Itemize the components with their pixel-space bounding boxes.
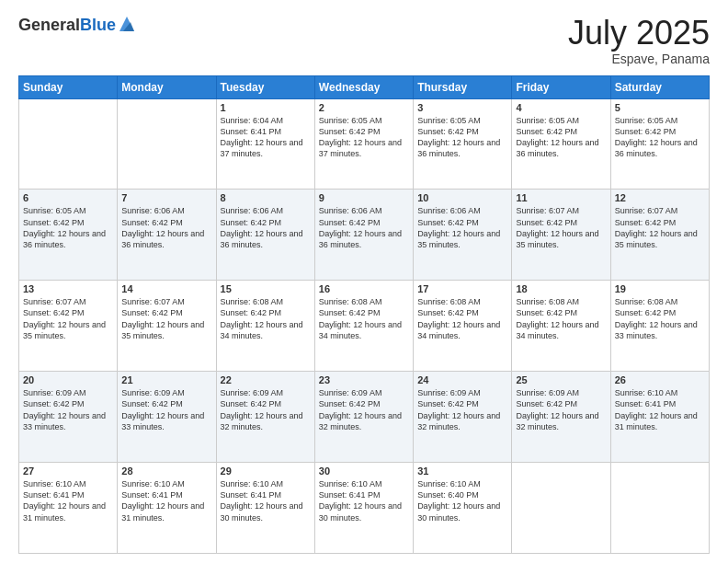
table-row: 31Sunrise: 6:10 AM Sunset: 6:40 PM Dayli…: [414, 463, 512, 554]
table-row: 19Sunrise: 6:08 AM Sunset: 6:42 PM Dayli…: [610, 281, 709, 372]
logo-blue-text: Blue: [80, 16, 116, 34]
col-wednesday: Wednesday: [314, 75, 413, 98]
day-number: 11: [516, 192, 606, 203]
table-row: 30Sunrise: 6:10 AM Sunset: 6:41 PM Dayli…: [314, 463, 413, 554]
table-row: 25Sunrise: 6:09 AM Sunset: 6:42 PM Dayli…: [512, 372, 610, 463]
col-tuesday: Tuesday: [216, 75, 314, 98]
table-row: 26Sunrise: 6:10 AM Sunset: 6:41 PM Dayli…: [610, 372, 709, 463]
day-info: Sunrise: 6:05 AM Sunset: 6:42 PM Dayligh…: [417, 115, 507, 160]
day-info: Sunrise: 6:05 AM Sunset: 6:42 PM Dayligh…: [615, 115, 705, 160]
day-info: Sunrise: 6:07 AM Sunset: 6:42 PM Dayligh…: [615, 205, 705, 250]
day-number: 14: [121, 283, 211, 294]
day-number: 29: [221, 465, 311, 477]
day-info: Sunrise: 6:08 AM Sunset: 6:42 PM Dayligh…: [319, 296, 409, 341]
day-info: Sunrise: 6:06 AM Sunset: 6:42 PM Dayligh…: [221, 205, 311, 250]
table-row: 11Sunrise: 6:07 AM Sunset: 6:42 PM Dayli…: [512, 190, 610, 281]
table-row: 3Sunrise: 6:05 AM Sunset: 6:42 PM Daylig…: [414, 98, 512, 190]
day-number: 9: [319, 192, 409, 203]
calendar-week-row: 20Sunrise: 6:09 AM Sunset: 6:42 PM Dayli…: [19, 372, 710, 463]
table-row: 23Sunrise: 6:09 AM Sunset: 6:42 PM Dayli…: [314, 372, 413, 463]
table-row: 18Sunrise: 6:08 AM Sunset: 6:42 PM Dayli…: [512, 281, 610, 372]
col-friday: Friday: [512, 75, 610, 98]
day-info: Sunrise: 6:10 AM Sunset: 6:40 PM Dayligh…: [417, 478, 507, 523]
table-row: [610, 463, 709, 554]
day-info: Sunrise: 6:09 AM Sunset: 6:42 PM Dayligh…: [221, 387, 311, 432]
day-info: Sunrise: 6:05 AM Sunset: 6:42 PM Dayligh…: [516, 115, 606, 160]
day-number: 8: [221, 192, 311, 203]
day-number: 2: [319, 102, 409, 113]
table-row: 7Sunrise: 6:06 AM Sunset: 6:42 PM Daylig…: [118, 190, 216, 281]
day-number: 10: [417, 192, 507, 203]
table-row: 4Sunrise: 6:05 AM Sunset: 6:42 PM Daylig…: [512, 98, 610, 190]
table-row: [512, 463, 610, 554]
day-number: 7: [121, 192, 211, 203]
table-row: [118, 98, 216, 190]
calendar-week-row: 1Sunrise: 6:04 AM Sunset: 6:41 PM Daylig…: [19, 98, 710, 190]
day-number: 21: [121, 374, 211, 385]
table-row: 15Sunrise: 6:08 AM Sunset: 6:42 PM Dayli…: [216, 281, 314, 372]
day-info: Sunrise: 6:09 AM Sunset: 6:42 PM Dayligh…: [417, 387, 507, 432]
table-row: 28Sunrise: 6:10 AM Sunset: 6:41 PM Dayli…: [118, 463, 216, 554]
table-row: 20Sunrise: 6:09 AM Sunset: 6:42 PM Dayli…: [19, 372, 118, 463]
table-row: 9Sunrise: 6:06 AM Sunset: 6:42 PM Daylig…: [314, 190, 413, 281]
day-number: 13: [23, 283, 113, 294]
calendar-week-row: 6Sunrise: 6:05 AM Sunset: 6:42 PM Daylig…: [19, 190, 710, 281]
header: GeneralBlue July 2025 Espave, Panama: [18, 15, 710, 66]
day-info: Sunrise: 6:08 AM Sunset: 6:42 PM Dayligh…: [221, 296, 311, 341]
col-monday: Monday: [118, 75, 216, 98]
day-number: 24: [417, 374, 507, 385]
day-info: Sunrise: 6:09 AM Sunset: 6:42 PM Dayligh…: [23, 387, 113, 432]
calendar-header-row: Sunday Monday Tuesday Wednesday Thursday…: [19, 75, 710, 98]
day-info: Sunrise: 6:10 AM Sunset: 6:41 PM Dayligh…: [221, 478, 311, 523]
day-info: Sunrise: 6:10 AM Sunset: 6:41 PM Dayligh…: [121, 478, 211, 523]
day-number: 23: [319, 374, 409, 385]
day-number: 1: [221, 102, 311, 113]
day-number: 27: [23, 465, 113, 477]
day-info: Sunrise: 6:10 AM Sunset: 6:41 PM Dayligh…: [23, 478, 113, 523]
day-info: Sunrise: 6:06 AM Sunset: 6:42 PM Dayligh…: [319, 205, 409, 250]
day-number: 25: [516, 374, 606, 385]
table-row: [19, 98, 118, 190]
day-info: Sunrise: 6:06 AM Sunset: 6:42 PM Dayligh…: [417, 205, 507, 250]
calendar-week-row: 13Sunrise: 6:07 AM Sunset: 6:42 PM Dayli…: [19, 281, 710, 372]
table-row: 6Sunrise: 6:05 AM Sunset: 6:42 PM Daylig…: [19, 190, 118, 281]
table-row: 22Sunrise: 6:09 AM Sunset: 6:42 PM Dayli…: [216, 372, 314, 463]
logo: GeneralBlue: [18, 15, 136, 35]
title-block: July 2025 Espave, Panama: [568, 15, 710, 66]
day-info: Sunrise: 6:04 AM Sunset: 6:41 PM Dayligh…: [221, 115, 311, 160]
day-info: Sunrise: 6:07 AM Sunset: 6:42 PM Dayligh…: [516, 205, 606, 250]
table-row: 10Sunrise: 6:06 AM Sunset: 6:42 PM Dayli…: [414, 190, 512, 281]
day-number: 22: [221, 374, 311, 385]
day-number: 31: [417, 465, 507, 477]
table-row: 12Sunrise: 6:07 AM Sunset: 6:42 PM Dayli…: [610, 190, 709, 281]
day-number: 3: [417, 102, 507, 113]
day-info: Sunrise: 6:07 AM Sunset: 6:42 PM Dayligh…: [121, 296, 211, 341]
day-number: 19: [615, 283, 705, 294]
day-number: 5: [615, 102, 705, 113]
day-number: 17: [417, 283, 507, 294]
table-row: 17Sunrise: 6:08 AM Sunset: 6:42 PM Dayli…: [414, 281, 512, 372]
day-number: 30: [319, 465, 409, 477]
day-info: Sunrise: 6:07 AM Sunset: 6:42 PM Dayligh…: [23, 296, 113, 341]
day-info: Sunrise: 6:09 AM Sunset: 6:42 PM Dayligh…: [121, 387, 211, 432]
table-row: 5Sunrise: 6:05 AM Sunset: 6:42 PM Daylig…: [610, 98, 709, 190]
day-info: Sunrise: 6:08 AM Sunset: 6:42 PM Dayligh…: [615, 296, 705, 341]
logo-general-text: General: [18, 16, 80, 34]
month-title: July 2025: [568, 15, 710, 52]
location: Espave, Panama: [568, 52, 710, 66]
day-info: Sunrise: 6:05 AM Sunset: 6:42 PM Dayligh…: [319, 115, 409, 160]
table-row: 14Sunrise: 6:07 AM Sunset: 6:42 PM Dayli…: [118, 281, 216, 372]
day-info: Sunrise: 6:09 AM Sunset: 6:42 PM Dayligh…: [516, 387, 606, 432]
table-row: 8Sunrise: 6:06 AM Sunset: 6:42 PM Daylig…: [216, 190, 314, 281]
col-sunday: Sunday: [19, 75, 118, 98]
day-number: 16: [319, 283, 409, 294]
table-row: 29Sunrise: 6:10 AM Sunset: 6:41 PM Dayli…: [216, 463, 314, 554]
table-row: 21Sunrise: 6:09 AM Sunset: 6:42 PM Dayli…: [118, 372, 216, 463]
day-number: 28: [121, 465, 211, 477]
col-saturday: Saturday: [610, 75, 709, 98]
table-row: 24Sunrise: 6:09 AM Sunset: 6:42 PM Dayli…: [414, 372, 512, 463]
day-number: 4: [516, 102, 606, 113]
table-row: 27Sunrise: 6:10 AM Sunset: 6:41 PM Dayli…: [19, 463, 118, 554]
table-row: 2Sunrise: 6:05 AM Sunset: 6:42 PM Daylig…: [314, 98, 413, 190]
day-info: Sunrise: 6:08 AM Sunset: 6:42 PM Dayligh…: [417, 296, 507, 341]
